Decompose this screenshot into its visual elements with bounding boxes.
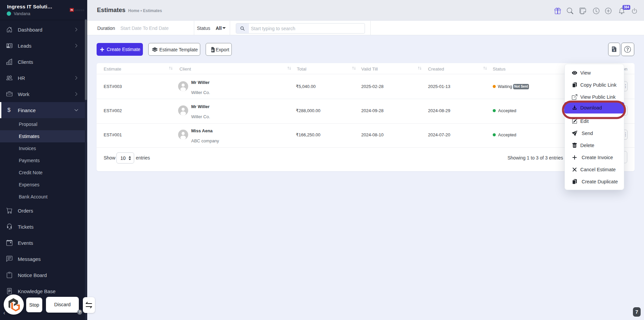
- svg-text:$: $: [613, 49, 615, 52]
